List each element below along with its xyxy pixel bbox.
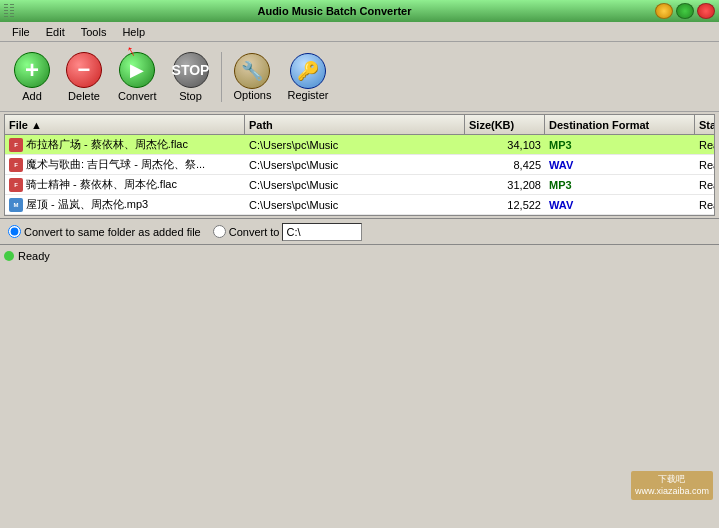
stop-button[interactable]: STOP Stop (167, 50, 215, 104)
convert-same-folder-option[interactable]: Convert to same folder as added file (8, 225, 201, 238)
format-cell: WAV (545, 155, 695, 174)
flac-icon: F (9, 138, 23, 152)
status-cell: Ready (695, 195, 715, 214)
convert-label: Convert (118, 90, 157, 102)
path-cell: C:\Users\pc\Music (245, 135, 465, 154)
size-cell: 12,522 (465, 195, 545, 214)
convert-to-option[interactable]: Convert to (213, 223, 363, 241)
maximize-button[interactable] (676, 3, 694, 19)
col-path[interactable]: Path (245, 115, 465, 134)
status-indicator (4, 251, 14, 261)
size-cell: 31,208 (465, 175, 545, 194)
stop-label: Stop (179, 90, 202, 102)
delete-icon: − (66, 52, 102, 88)
close-button[interactable] (697, 3, 715, 19)
title-text: Audio Music Batch Converter (14, 5, 655, 17)
status-text: Ready (18, 250, 50, 262)
format-cell: MP3 (545, 135, 695, 154)
file-cell: M 屋顶 - 温岚、周杰伦.mp3 (5, 195, 245, 214)
options-icon: 🔧 (234, 53, 270, 89)
convert-to-radio[interactable] (213, 225, 226, 238)
convert-to-input[interactable] (282, 223, 362, 241)
convert-same-radio[interactable] (8, 225, 21, 238)
table-row[interactable]: F 布拉格广场 - 蔡依林、周杰伦.flac C:\Users\pc\Music… (5, 135, 714, 155)
status-cell: Ready (695, 135, 715, 154)
bottom-bar: Convert to same folder as added file Con… (0, 218, 719, 244)
register-button[interactable]: 🔑 Register (281, 51, 334, 103)
convert-to-label: Convert to (229, 226, 280, 238)
title-bar: Audio Music Batch Converter (0, 0, 719, 22)
flac-icon: F (9, 158, 23, 172)
flac-icon: F (9, 178, 23, 192)
add-button[interactable]: + Add (8, 50, 56, 104)
col-size[interactable]: Size(KB) (465, 115, 545, 134)
col-file[interactable]: File ▲ (5, 115, 245, 134)
options-label: Options (234, 89, 272, 101)
file-table: File ▲ Path Size(KB) Destination Format … (4, 114, 715, 216)
menu-tools[interactable]: Tools (73, 24, 115, 40)
table-row[interactable]: F 魔术与歌曲: 吉日气球 - 周杰伦、祭... C:\Users\pc\Mus… (5, 155, 714, 175)
col-status[interactable]: Status (695, 115, 715, 134)
add-icon: + (14, 52, 50, 88)
stop-icon: STOP (173, 52, 209, 88)
convert-button[interactable]: ▶ ↑ Convert (112, 50, 163, 104)
path-cell: C:\Users\pc\Music (245, 155, 465, 174)
format-cell: WAV (545, 195, 695, 214)
size-cell: 34,103 (465, 135, 545, 154)
title-bar-buttons (655, 3, 715, 19)
table-row[interactable]: M 屋顶 - 温岚、周杰伦.mp3 C:\Users\pc\Music 12,5… (5, 195, 714, 215)
table-header: File ▲ Path Size(KB) Destination Format … (5, 115, 714, 135)
watermark: 下载吧 www.xiazaiba.com (631, 471, 713, 500)
register-icon: 🔑 (290, 53, 326, 89)
convert-same-label: Convert to same folder as added file (24, 226, 201, 238)
file-cell: F 魔术与歌曲: 吉日气球 - 周杰伦、祭... (5, 155, 245, 174)
mp3-icon: M (9, 198, 23, 212)
title-bar-left (4, 4, 14, 18)
status-cell: Ready (695, 175, 715, 194)
table-row[interactable]: F 骑士精神 - 蔡依林、周本伦.flac C:\Users\pc\Music … (5, 175, 714, 195)
delete-label: Delete (68, 90, 100, 102)
title-grip (4, 4, 8, 18)
path-cell: C:\Users\pc\Music (245, 195, 465, 214)
minimize-button[interactable] (655, 3, 673, 19)
menu-help[interactable]: Help (114, 24, 153, 40)
file-cell: F 布拉格广场 - 蔡依林、周杰伦.flac (5, 135, 245, 154)
path-cell: C:\Users\pc\Music (245, 175, 465, 194)
status-bar: Ready (0, 244, 719, 266)
file-cell: F 骑士精神 - 蔡依林、周本伦.flac (5, 175, 245, 194)
delete-button[interactable]: − Delete (60, 50, 108, 104)
toolbar-separator (221, 52, 222, 102)
watermark-line2: www.xiazaiba.com (635, 485, 709, 498)
toolbar: + Add − Delete ▶ ↑ Convert STOP Stop 🔧 O… (0, 42, 719, 112)
format-cell: MP3 (545, 175, 695, 194)
register-label: Register (287, 89, 328, 101)
options-button[interactable]: 🔧 Options (228, 51, 278, 103)
size-cell: 8,425 (465, 155, 545, 174)
watermark-line1: 下载吧 (635, 473, 709, 486)
menu-bar: File Edit Tools Help (0, 22, 719, 42)
status-cell: Ready (695, 155, 715, 174)
add-label: Add (22, 90, 42, 102)
col-format[interactable]: Destination Format (545, 115, 695, 134)
menu-edit[interactable]: Edit (38, 24, 73, 40)
menu-file[interactable]: File (4, 24, 38, 40)
